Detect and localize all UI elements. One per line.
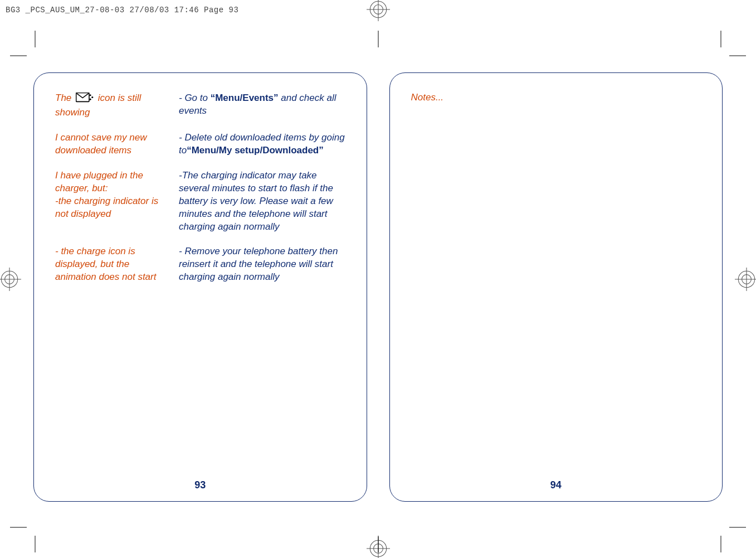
solution-text: - Remove your telephone battery then rei… — [179, 245, 345, 284]
problem-text: I cannot save my new downloaded items — [55, 132, 167, 157]
svg-point-28 — [91, 96, 93, 98]
solution-bold: “Menu/Events” — [211, 93, 279, 103]
registration-mark-right — [735, 268, 756, 291]
problem-text: I have plugged in the charger, but: -the… — [55, 169, 167, 234]
solution-text: - Go to “Menu/Events” and check all even… — [179, 92, 345, 119]
crop-mark-top-right — [713, 31, 746, 64]
page-left-frame: The icon is still showing - Go to “Me — [33, 72, 367, 502]
page-left: The icon is still showing - Go to “Me — [33, 72, 367, 513]
problem-text: - the charge icon is displayed, but the … — [55, 245, 167, 284]
page-number-left: 93 — [194, 479, 206, 491]
crop-mark-top-left — [10, 31, 43, 64]
page-right-frame: Notes... 94 — [389, 72, 723, 502]
page-number-right: 94 — [550, 479, 562, 491]
problem-text: The icon is still showing — [55, 92, 167, 119]
registration-mark-bottom — [367, 537, 390, 558]
solution-text: -The charging indicator may take several… — [179, 169, 345, 234]
pdf-job-header: BG3 _PCS_AUS_UM_27-08-03 27/08/03 17:46 … — [6, 6, 238, 14]
registration-mark-top — [367, 0, 390, 21]
crop-mark-bottom-left — [10, 519, 43, 552]
notes-heading: Notes... — [411, 92, 701, 103]
page-right: Notes... 94 — [389, 72, 723, 513]
svg-point-29 — [90, 99, 91, 100]
crop-mark-bottom-right — [713, 519, 746, 552]
problem-pre: The — [55, 93, 74, 103]
spread-container: The icon is still showing - Go to “Me — [33, 72, 723, 513]
crop-mark-top-center — [362, 31, 395, 64]
solution-text: - Delete old downloaded items by going t… — [179, 132, 345, 157]
registration-mark-left — [0, 268, 21, 291]
solution-bold: “Menu/My setup/Downloaded” — [187, 145, 324, 156]
svg-point-27 — [90, 94, 91, 96]
troubleshooting-grid: The icon is still showing - Go to “Me — [55, 92, 345, 284]
message-envelope-icon — [76, 93, 94, 106]
